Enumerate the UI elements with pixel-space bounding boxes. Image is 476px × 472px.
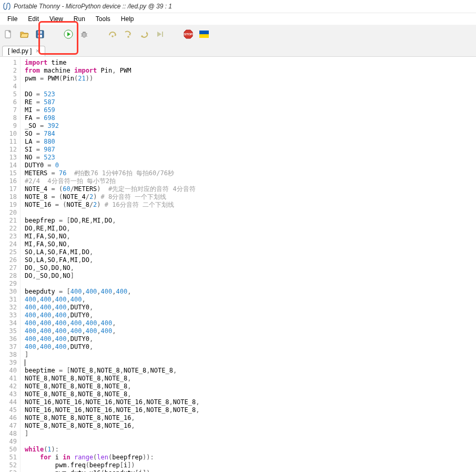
code-line[interactable] <box>25 359 476 367</box>
code-line[interactable]: 400,400,400,DUTY0, <box>25 312 476 319</box>
code-line[interactable]: DO,_SO,DO,NO] <box>25 272 476 280</box>
code-token: 400 <box>55 312 67 319</box>
code-line[interactable]: FA = 698 <box>25 114 476 122</box>
code-line[interactable]: import time <box>25 59 476 67</box>
code-line[interactable]: pwm.freq(beepfrep[i]) <box>25 461 476 469</box>
code-line[interactable]: 400,400,400,DUTY0, <box>25 335 476 343</box>
code-line[interactable]: 400,400,400,400, <box>25 296 476 304</box>
menu-view[interactable]: View <box>44 14 68 24</box>
menu-edit[interactable]: Edit <box>23 14 44 24</box>
code-token: NOTE_8 <box>25 383 47 390</box>
code-line[interactable]: SO = 784 <box>25 130 476 138</box>
code-line[interactable]: while(1): <box>25 446 476 454</box>
line-number: 29 <box>0 280 17 288</box>
code-line[interactable]: NOTE_8,NOTE_8,NOTE_8,NOTE_16, <box>25 414 476 422</box>
code-line[interactable]: NOTE_8,NOTE_8,NOTE_8,NOTE_8, <box>25 383 476 390</box>
code-line[interactable]: DO = 523 <box>25 91 476 98</box>
support-ukraine-button[interactable] <box>199 29 209 39</box>
code-line[interactable]: 400,400,400,DUTY0, <box>25 343 476 351</box>
code-line[interactable] <box>25 83 476 91</box>
code-token: ) <box>52 446 55 453</box>
code-line[interactable]: DO,_SO,DO,NO, <box>25 264 476 272</box>
code-line[interactable]: ] <box>25 351 476 359</box>
code-line[interactable]: MI,FA,SO,NO, <box>25 233 476 240</box>
line-number: 51 <box>0 454 17 461</box>
code-line[interactable]: MI = 659 <box>25 106 476 114</box>
code-line[interactable]: from machine import Pin, PWM <box>25 67 476 75</box>
menu-run[interactable]: Run <box>68 14 90 24</box>
code-token <box>55 217 59 224</box>
code-line[interactable]: pwm.duty_u16(beepduty[i]) <box>25 469 476 472</box>
code-token: = <box>36 154 40 161</box>
close-icon[interactable]: × <box>36 47 39 55</box>
code-line[interactable]: NOTE_8 = (NOTE_4/2) # 8分音符 一个下划线 <box>25 193 476 201</box>
menu-bar: File Edit View Run Tools Help <box>0 13 476 25</box>
resume-button[interactable] <box>155 29 165 39</box>
code-line[interactable]: RE = 587 <box>25 98 476 106</box>
code-token: = <box>36 146 40 153</box>
code-line[interactable]: NOTE_8,NOTE_8,NOTE_8,NOTE_8, <box>25 390 476 398</box>
code-token: FA <box>25 114 32 122</box>
code-token: 400 <box>86 319 97 327</box>
code-line[interactable]: NOTE_8,NOTE_8,NOTE_8,NOTE_16, <box>25 422 476 430</box>
code-token <box>55 193 59 200</box>
code-line[interactable]: NOTE_16,NOTE_16,NOTE_16,NOTE_16,NOTE_8,N… <box>25 406 476 414</box>
menu-help[interactable]: Help <box>116 14 139 24</box>
code-line[interactable]: DUTY0 = 0 <box>25 162 476 169</box>
step-over-button[interactable] <box>107 29 118 39</box>
code-token: RE <box>25 98 32 106</box>
step-out-button[interactable] <box>139 29 149 39</box>
code-line[interactable]: 400,400,400,400,400,400, <box>25 319 476 327</box>
code-line[interactable]: beepduty = [400,400,400,400, <box>25 288 476 296</box>
run-button[interactable] <box>63 29 74 39</box>
code-token <box>101 185 108 193</box>
code-line[interactable]: beeptime = [NOTE_8,NOTE_8,NOTE_8,NOTE_8, <box>25 367 476 375</box>
code-line[interactable]: 400,400,400,DUTY0, <box>25 304 476 312</box>
step-into-button[interactable] <box>123 29 134 39</box>
code-line[interactable]: for i in range(len(beepfrep)): <box>25 454 476 461</box>
code-line[interactable]: NOTE_4 = (60/METERS) #先定一拍对应的音符 4分音符 <box>25 185 476 193</box>
code-line[interactable]: SI = 987 <box>25 146 476 154</box>
code-line[interactable] <box>25 209 476 217</box>
code-line[interactable] <box>25 280 476 288</box>
code-token: , <box>169 406 173 414</box>
code-editor[interactable]: 1234567891011121314151617181920212223242… <box>0 57 476 472</box>
code-line[interactable]: #2/4 4分音符一拍 每小节2拍 <box>25 177 476 185</box>
line-number: 20 <box>0 209 17 217</box>
code-line[interactable]: 400,400,400,400,400,400, <box>25 327 476 335</box>
code-token: MI <box>70 256 78 264</box>
code-line[interactable]: beepfrep = [DO,RE,MI,DO, <box>25 217 476 225</box>
code-line[interactable]: MI,FA,SO,NO, <box>25 240 476 248</box>
save-button[interactable] <box>35 29 45 39</box>
code-line[interactable]: NOTE_8,NOTE_8,NOTE_8,NOTE_8, <box>25 375 476 383</box>
menu-tools[interactable]: Tools <box>90 14 116 24</box>
stop-button[interactable]: STOP <box>183 29 194 39</box>
line-number: 2 <box>0 67 17 75</box>
new-file-button[interactable] <box>3 29 14 39</box>
menu-file[interactable]: File <box>2 14 23 24</box>
code-line[interactable]: ] <box>25 430 476 438</box>
code-line[interactable]: NOTE_16,NOTE_16,NOTE_16,NOTE_16,NOTE_8,N… <box>25 398 476 406</box>
code-token <box>32 138 36 145</box>
code-line[interactable]: _SO = 392 <box>25 122 476 130</box>
code-line[interactable]: DO,RE,MI,DO, <box>25 225 476 233</box>
code-line[interactable]: LA = 880 <box>25 138 476 146</box>
code-line[interactable]: NO = 523 <box>25 154 476 162</box>
open-file-button[interactable] <box>19 29 29 39</box>
code-token: [ <box>67 288 70 295</box>
code-token: , <box>67 248 70 256</box>
code-line[interactable]: SO,LA,SO,FA,MI,DO, <box>25 248 476 256</box>
debug-button[interactable] <box>79 29 89 39</box>
editor-tab-active[interactable]: [ led.py ] × <box>2 46 45 56</box>
code-token: , <box>101 375 105 382</box>
code-token: RE <box>36 225 44 232</box>
code-token: = <box>47 162 51 169</box>
code-line[interactable]: NOTE_16 = (NOTE_8/2) # 16分音符 二个下划线 <box>25 201 476 209</box>
code-token: , <box>82 319 85 327</box>
code-line[interactable] <box>25 438 476 446</box>
code-line[interactable]: pwm = PWM(Pin(21)) <box>25 75 476 83</box>
code-line[interactable]: SO,LA,SO,FA,MI,DO, <box>25 256 476 264</box>
code-token: , <box>112 327 116 335</box>
code-area[interactable]: import timefrom machine import Pin, PWMp… <box>21 57 476 472</box>
code-line[interactable]: METERS = 76 #拍数76 1分钟76拍 每拍60/76秒 <box>25 169 476 177</box>
